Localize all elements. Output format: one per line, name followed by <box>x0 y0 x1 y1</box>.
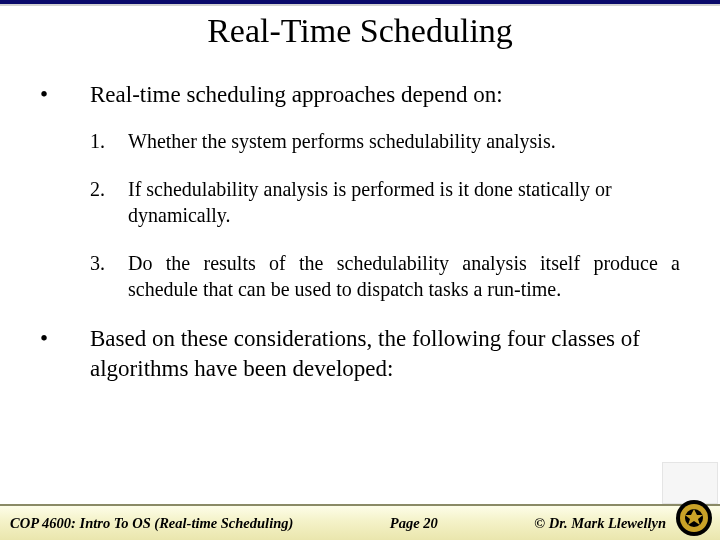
item-text: Whether the system performs schedulabili… <box>128 128 680 154</box>
list-item: 3. Do the results of the schedulability … <box>90 250 680 302</box>
footer-page: Page 20 <box>293 515 534 532</box>
outro-text: Based on these considerations, the follo… <box>90 324 680 384</box>
numbered-list: 1. Whether the system performs schedulab… <box>90 128 680 302</box>
top-accent-bar <box>0 0 720 6</box>
ucf-logo-icon <box>674 498 714 538</box>
footer-course: COP 4600: Intro To OS (Real-time Schedul… <box>0 515 293 532</box>
list-item: 1. Whether the system performs schedulab… <box>90 128 680 154</box>
list-item: 2. If schedulability analysis is perform… <box>90 176 680 228</box>
intro-text: Real-time scheduling approaches depend o… <box>90 80 680 110</box>
item-number: 3. <box>90 250 128 302</box>
slide: Real-Time Scheduling • Real-time schedul… <box>0 0 720 540</box>
bullet-mark: • <box>40 324 90 384</box>
bullet-mark: • <box>40 80 90 110</box>
item-number: 1. <box>90 128 128 154</box>
item-number: 2. <box>90 176 128 228</box>
content-area: • Real-time scheduling approaches depend… <box>40 80 680 402</box>
outro-bullet-row: • Based on these considerations, the fol… <box>40 324 680 384</box>
footer-bar: COP 4600: Intro To OS (Real-time Schedul… <box>0 504 720 540</box>
intro-bullet-row: • Real-time scheduling approaches depend… <box>40 80 680 110</box>
item-text: If schedulability analysis is performed … <box>128 176 680 228</box>
item-text: Do the results of the schedulability ana… <box>128 250 680 302</box>
slide-title: Real-Time Scheduling <box>0 12 720 50</box>
